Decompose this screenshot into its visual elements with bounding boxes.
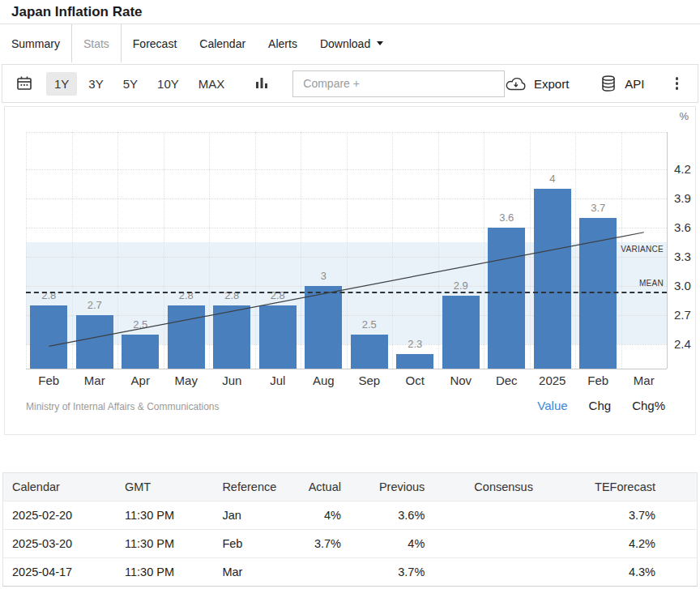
tab-download[interactable]: Download: [309, 24, 395, 62]
source-attribution: Ministry of Internal Affairs & Communica…: [26, 401, 220, 412]
table-cell: [306, 558, 350, 587]
table-cell: 3.7%: [306, 530, 350, 558]
chart-plot-area: 2.8Feb2.7Mar2.5Apr2.8May2.8Jun2.8Jul3Aug…: [26, 132, 667, 369]
tab-stats[interactable]: Stats: [71, 24, 122, 62]
range-button-3y[interactable]: 3Y: [80, 72, 111, 96]
table-cell: [433, 530, 570, 558]
table-row: 2025-04-1711:30 PMMar3.7%4.3%: [3, 558, 698, 587]
column-header-reference: Reference: [213, 473, 305, 502]
mode-link-chgpct[interactable]: Chg%: [632, 399, 665, 412]
column-header-previous: Previous: [350, 473, 433, 502]
table-cell: 4.2%: [570, 530, 698, 558]
table-cell: 4.3%: [570, 558, 698, 587]
chevron-down-icon: [377, 41, 383, 45]
y-axis-line: [667, 132, 668, 369]
y-axis-tick-label: 3.6: [674, 220, 700, 234]
table-cell: 4%: [306, 502, 350, 530]
range-button-max[interactable]: MAX: [190, 72, 233, 96]
y-axis-tick-label: 3.0: [674, 279, 700, 292]
tab-summary[interactable]: Summary: [0, 24, 71, 62]
table-row: 2025-03-2011:30 PMFeb3.7%4%4.2%: [3, 530, 698, 558]
column-header-consensus: Consensus: [433, 473, 570, 502]
table-cell: Feb: [213, 530, 305, 558]
table-cell: [433, 502, 570, 530]
page-header: Japan Inflation Rate: [0, 0, 700, 24]
y-axis-tick-label: 2.4: [674, 337, 700, 351]
database-icon: [600, 75, 617, 92]
tab-forecast[interactable]: Forecast: [122, 24, 188, 62]
mode-link-value[interactable]: Value: [537, 399, 567, 412]
range-selector: 1Y3Y5Y10YMAX: [46, 72, 233, 96]
x-axis-label: 2025: [530, 373, 576, 387]
table-cell: 11:30 PM: [116, 558, 213, 587]
x-axis-label: Nov: [438, 373, 484, 387]
mode-link-chg[interactable]: Chg: [589, 399, 612, 412]
tab-label: Download: [320, 37, 370, 50]
range-button-5y[interactable]: 5Y: [115, 72, 146, 96]
calendar-icon[interactable]: [15, 75, 33, 92]
export-button[interactable]: Export: [505, 76, 569, 92]
table-cell: Jan: [213, 502, 305, 530]
table-cell: 2025-03-20: [3, 530, 116, 558]
table-cell: 11:30 PM: [116, 502, 213, 530]
x-axis-label: May: [164, 373, 210, 387]
table-cell: 3.6%: [350, 502, 433, 530]
y-axis-tick-label: 3.3: [674, 250, 700, 263]
tab-bar: SummaryStatsForecastCalendarAlertsDownlo…: [0, 24, 700, 62]
table-cell: Mar: [213, 558, 305, 587]
table-cell: 3.7%: [570, 502, 698, 530]
table-cell: 2025-02-20: [3, 502, 116, 530]
page-title: Japan Inflation Rate: [11, 4, 143, 20]
x-axis-label: Oct: [392, 373, 438, 387]
tab-label: Calendar: [199, 37, 245, 50]
range-button-10y[interactable]: 10Y: [149, 72, 187, 96]
x-axis-label: Aug: [301, 373, 347, 387]
x-axis-line: [26, 369, 667, 369]
api-button[interactable]: API: [600, 75, 644, 92]
tab-label: Summary: [11, 37, 60, 50]
calendar-table: CalendarGMTReferenceActualPreviousConsen…: [2, 472, 698, 587]
tab-label: Stats: [83, 37, 109, 50]
compare-input[interactable]: [292, 70, 505, 97]
chart-card: % 2.8Feb2.7Mar2.5Apr2.8May2.8Jun2.8Jul3A…: [4, 106, 696, 435]
column-header-gmt: GMT: [116, 473, 213, 502]
series-mode-links: ValueChgChg%: [537, 399, 665, 412]
table-cell: 2025-04-17: [3, 558, 116, 587]
kebab-menu-icon[interactable]: [672, 74, 682, 93]
table-cell: [433, 558, 570, 587]
y-axis-tick-label: 2.7: [674, 308, 700, 322]
export-label: Export: [534, 77, 569, 91]
tab-calendar[interactable]: Calendar: [188, 24, 257, 62]
y-axis-unit: %: [679, 110, 689, 122]
tab-label: Forecast: [133, 37, 177, 50]
table-cell: 3.7%: [350, 558, 433, 587]
cloud-download-icon: [505, 76, 527, 92]
table-cell: 4%: [350, 530, 433, 558]
column-chart-icon[interactable]: [254, 75, 270, 92]
x-axis-label: Mar: [621, 373, 668, 387]
column-header-teforecast: TEForecast: [570, 473, 698, 502]
range-button-1y[interactable]: 1Y: [46, 72, 77, 96]
x-axis-label: Mar: [72, 373, 118, 387]
table-cell: 11:30 PM: [116, 530, 213, 558]
x-axis-label: Feb: [575, 373, 621, 387]
table-header-row: CalendarGMTReferenceActualPreviousConsen…: [3, 473, 698, 502]
x-axis-label: Apr: [117, 373, 164, 387]
tab-alerts[interactable]: Alerts: [257, 24, 309, 62]
chart-toolbar: 1Y3Y5Y10YMAX Export API: [2, 64, 698, 103]
table-row: 2025-02-2011:30 PMJan4%3.6%3.7%: [3, 502, 698, 530]
x-axis-label: Feb: [26, 373, 72, 387]
x-axis-label: Sep: [347, 373, 393, 387]
trend-line: [26, 132, 667, 369]
tab-label: Alerts: [268, 37, 297, 50]
api-label: API: [625, 77, 644, 91]
column-header-actual: Actual: [306, 473, 350, 502]
x-axis-label: Jul: [255, 373, 301, 387]
x-axis-label: Jun: [209, 373, 255, 387]
y-axis-tick-label: 3.9: [674, 191, 700, 205]
column-header-calendar: Calendar: [3, 473, 116, 502]
y-axis-tick-label: 4.2: [674, 162, 700, 176]
x-axis-label: Dec: [484, 373, 530, 387]
